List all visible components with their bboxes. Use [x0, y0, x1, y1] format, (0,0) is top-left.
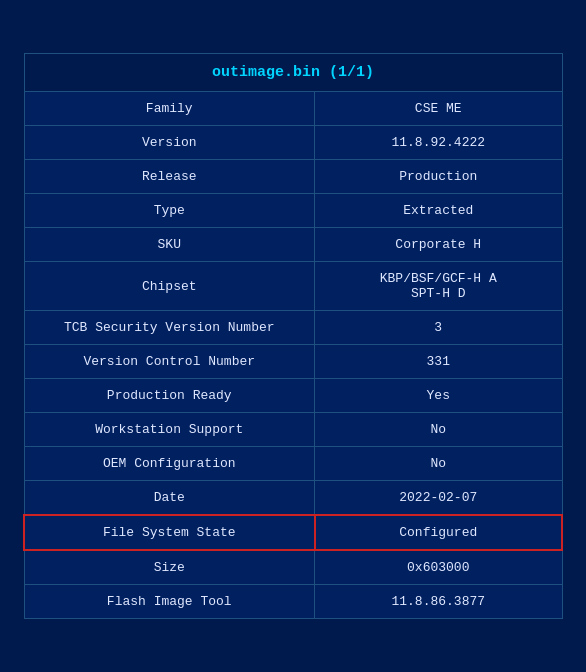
- row-label: OEM Configuration: [24, 447, 315, 481]
- row-label: Date: [24, 481, 315, 516]
- table-row: Version11.8.92.4222: [24, 126, 562, 160]
- table-row: Date2022-02-07: [24, 481, 562, 516]
- table-row: TypeExtracted: [24, 194, 562, 228]
- row-value: 3: [315, 311, 562, 345]
- table-row: Workstation SupportNo: [24, 413, 562, 447]
- main-container: outimage.bin (1/1) FamilyCSE MEVersion11…: [0, 0, 586, 672]
- row-value: 2022-02-07: [315, 481, 562, 516]
- row-value: CSE ME: [315, 92, 562, 126]
- row-value: Configured: [315, 515, 562, 550]
- row-value: Extracted: [315, 194, 562, 228]
- table-row: Flash Image Tool11.8.86.3877: [24, 585, 562, 619]
- table-row: ChipsetKBP/BSF/GCF-H ASPT-H D: [24, 262, 562, 311]
- row-value: 0x603000: [315, 550, 562, 585]
- info-table: outimage.bin (1/1) FamilyCSE MEVersion11…: [23, 53, 563, 619]
- table-row: SKUCorporate H: [24, 228, 562, 262]
- table-row: OEM ConfigurationNo: [24, 447, 562, 481]
- row-value: Yes: [315, 379, 562, 413]
- table-row: FamilyCSE ME: [24, 92, 562, 126]
- row-label: Chipset: [24, 262, 315, 311]
- table-row: Version Control Number331: [24, 345, 562, 379]
- table-row: TCB Security Version Number3: [24, 311, 562, 345]
- row-label: Size: [24, 550, 315, 585]
- row-label: Type: [24, 194, 315, 228]
- row-label: File System State: [24, 515, 315, 550]
- row-label: Workstation Support: [24, 413, 315, 447]
- row-value: Corporate H: [315, 228, 562, 262]
- row-label: Version: [24, 126, 315, 160]
- row-value: 11.8.92.4222: [315, 126, 562, 160]
- row-value: No: [315, 413, 562, 447]
- table-title: outimage.bin (1/1): [24, 54, 562, 92]
- row-value: No: [315, 447, 562, 481]
- row-label: Release: [24, 160, 315, 194]
- row-label: SKU: [24, 228, 315, 262]
- row-label: Family: [24, 92, 315, 126]
- table-row: File System StateConfigured: [24, 515, 562, 550]
- row-value: 11.8.86.3877: [315, 585, 562, 619]
- row-label: Version Control Number: [24, 345, 315, 379]
- table-row: Production ReadyYes: [24, 379, 562, 413]
- table-row: ReleaseProduction: [24, 160, 562, 194]
- row-value: 331: [315, 345, 562, 379]
- row-label: TCB Security Version Number: [24, 311, 315, 345]
- row-value: KBP/BSF/GCF-H ASPT-H D: [315, 262, 562, 311]
- row-value: Production: [315, 160, 562, 194]
- title-row: outimage.bin (1/1): [24, 54, 562, 92]
- table-row: Size0x603000: [24, 550, 562, 585]
- row-label: Production Ready: [24, 379, 315, 413]
- row-label: Flash Image Tool: [24, 585, 315, 619]
